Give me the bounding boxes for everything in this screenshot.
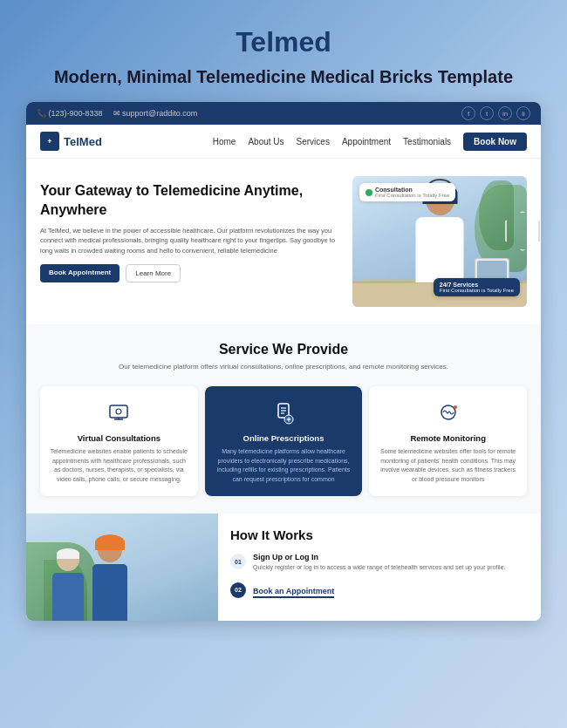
book-appointment-button[interactable]: Book Appointment bbox=[40, 264, 120, 282]
how-works-image bbox=[26, 514, 218, 621]
virtual-consultations-desc: Telemedicine websites enable patients to… bbox=[49, 447, 189, 484]
person-1 bbox=[52, 548, 84, 621]
hero-image-area: Consultation First Consultation is Total… bbox=[352, 176, 527, 307]
step-2-content: Book an Appointment bbox=[253, 582, 334, 598]
how-works-image-inner bbox=[26, 514, 218, 621]
nav-appointment[interactable]: Appointment bbox=[342, 137, 391, 146]
online-prescriptions-card: Online Prescriptions Many telemedicine p… bbox=[205, 386, 363, 496]
nav-logo: + TelMed bbox=[40, 132, 102, 151]
virtual-consultations-icon bbox=[105, 398, 133, 426]
top-bar: 📞 (123)-900-8338 ✉ support@raddito.com f… bbox=[26, 102, 541, 125]
services-subtitle: Our telemedicine platform offers virtual… bbox=[40, 362, 527, 372]
top-bar-contact: 📞 (123)-900-8338 ✉ support@raddito.com bbox=[37, 109, 197, 118]
step-2-num: 02 bbox=[230, 582, 246, 598]
how-works-content: How It Works 01 Sign Up or Log In Quickl… bbox=[218, 514, 541, 621]
badge-title: Consultation bbox=[375, 187, 449, 193]
people bbox=[52, 538, 127, 621]
hero-description: At TelMed, we believe in the power of ac… bbox=[40, 226, 342, 255]
hero-text: Your Gateway to Telemedicine Anytime, An… bbox=[40, 176, 342, 307]
hero-buttons: Book Appointment Learn More bbox=[40, 264, 342, 282]
step-1-num: 01 bbox=[230, 554, 246, 569]
badge-dot bbox=[365, 189, 372, 196]
book-now-button[interactable]: Book Now bbox=[463, 133, 527, 151]
navbar: + TelMed Home About Us Services Appointm… bbox=[26, 125, 541, 159]
online-prescriptions-desc: Many telemedicine platforms allow health… bbox=[214, 447, 354, 484]
online-prescriptions-title: Online Prescriptions bbox=[214, 433, 354, 443]
step-1: 01 Sign Up or Log In Quickly register or… bbox=[230, 553, 529, 573]
badge-consultation-text: Consultation First Consultation is Total… bbox=[375, 187, 449, 198]
remote-monitoring-desc: Some telemedicine websites offer tools f… bbox=[378, 447, 518, 484]
instagram-icon[interactable]: in bbox=[498, 106, 512, 120]
services-title: Service We Provide bbox=[40, 342, 527, 357]
twitter-icon[interactable]: t bbox=[480, 106, 494, 120]
page-title: Telmed bbox=[17, 26, 550, 58]
hero-image: Consultation First Consultation is Total… bbox=[352, 176, 527, 307]
nav-testimonials[interactable]: Testimonials bbox=[403, 137, 451, 146]
remote-monitoring-card: Remote Monitoring Some telemedicine webs… bbox=[369, 386, 527, 496]
svg-point-12 bbox=[454, 405, 457, 409]
step-1-title: Sign Up or Log In bbox=[253, 553, 505, 561]
virtual-consultations-title: Virtual Consultations bbox=[49, 433, 189, 443]
logo-icon: + bbox=[40, 132, 59, 151]
services-grid: Virtual Consultations Telemedicine websi… bbox=[40, 386, 527, 496]
nav-links: Home About Us Services Appointment Testi… bbox=[213, 137, 451, 146]
linkedin-icon[interactable]: li bbox=[516, 106, 530, 120]
badge-sub: First Consultation is Totally Free bbox=[375, 193, 449, 198]
hero-heading: Your Gateway to Telemedicine Anytime, An… bbox=[40, 181, 342, 219]
service-247-badge: 24/7 Services First Consultation is Tota… bbox=[434, 278, 520, 296]
email-label: ✉ support@raddito.com bbox=[113, 109, 198, 118]
online-prescriptions-icon bbox=[270, 398, 297, 426]
services-section: Service We Provide Our telemedicine plat… bbox=[26, 324, 541, 514]
step-2-title: Book an Appointment bbox=[253, 587, 334, 598]
svg-rect-0 bbox=[110, 405, 127, 418]
badge-247-sub: First Consultation is Totally Free bbox=[440, 288, 514, 293]
phone-label: 📞 (123)-900-8338 bbox=[37, 109, 103, 118]
svg-point-3 bbox=[116, 409, 121, 414]
nav-home[interactable]: Home bbox=[213, 137, 236, 146]
badge-247-title: 24/7 Services bbox=[440, 282, 514, 288]
how-works-title: How It Works bbox=[230, 527, 529, 542]
page-title-area: Telmed Modern, Minimal Telemedicine Medi… bbox=[0, 17, 567, 102]
step-1-desc: Quickly register or log in to access a w… bbox=[253, 563, 505, 573]
nav-services[interactable]: Services bbox=[297, 137, 330, 146]
step-2: 02 Book an Appointment bbox=[230, 582, 529, 598]
hero-section: Your Gateway to Telemedicine Anytime, An… bbox=[26, 159, 541, 324]
step-1-content: Sign Up or Log In Quickly register or lo… bbox=[253, 553, 505, 573]
browser-frame: 📞 (123)-900-8338 ✉ support@raddito.com f… bbox=[26, 102, 541, 621]
person-2 bbox=[92, 538, 127, 621]
virtual-consultations-card: Virtual Consultations Telemedicine websi… bbox=[40, 386, 198, 496]
doctor-figure bbox=[416, 217, 464, 282]
remote-monitoring-icon bbox=[434, 398, 462, 426]
social-icons: f t in li bbox=[461, 106, 530, 120]
how-it-works-section: How It Works 01 Sign Up or Log In Quickl… bbox=[26, 514, 541, 621]
page-subtitle: Modern, Minimal Telemedicine Medical Bri… bbox=[17, 65, 550, 88]
nav-about[interactable]: About Us bbox=[248, 137, 284, 146]
facebook-icon[interactable]: f bbox=[461, 106, 475, 120]
logo-text: TelMed bbox=[64, 135, 102, 148]
remote-monitoring-title: Remote Monitoring bbox=[378, 433, 518, 443]
learn-more-button[interactable]: Learn More bbox=[126, 264, 181, 282]
consultation-badge: Consultation First Consultation is Total… bbox=[359, 183, 455, 201]
